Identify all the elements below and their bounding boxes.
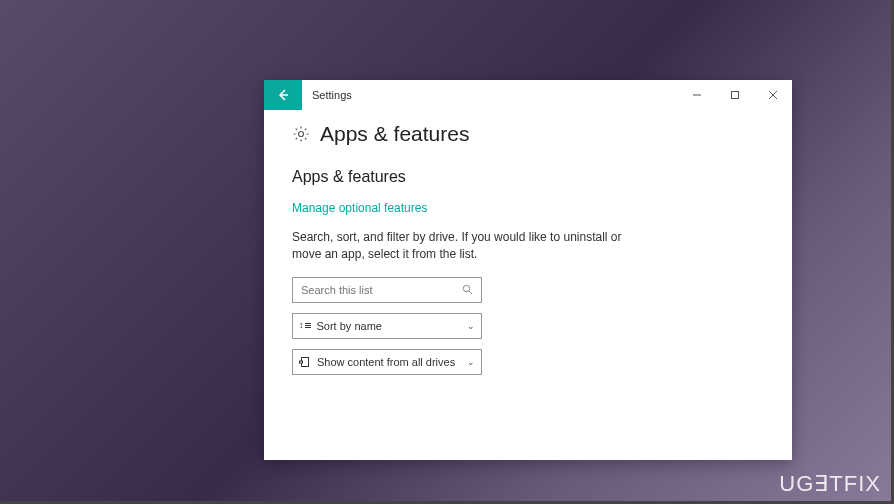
close-button[interactable]	[754, 80, 792, 110]
maximize-icon	[730, 90, 740, 100]
drive-icon	[299, 356, 311, 368]
section-title: Apps & features	[292, 168, 764, 186]
settings-window: Settings Apps & features Apps & features…	[264, 80, 792, 460]
sort-icon: ↕	[299, 321, 311, 330]
chevron-down-icon: ⌄	[467, 357, 475, 367]
window-title: Settings	[302, 80, 678, 110]
description-text: Search, sort, and filter by drive. If yo…	[292, 229, 622, 263]
svg-rect-9	[300, 361, 303, 363]
filter-dropdown[interactable]: Show content from all drives ⌄	[292, 349, 482, 375]
sort-dropdown[interactable]: ↕ Sort by name ⌄	[292, 313, 482, 339]
maximize-button[interactable]	[716, 80, 754, 110]
search-icon	[462, 284, 473, 295]
svg-point-5	[299, 132, 304, 137]
content-area: Apps & features Apps & features Manage o…	[264, 110, 792, 397]
filter-label: Show content from all drives	[317, 356, 461, 368]
search-input[interactable]: Search this list	[292, 277, 482, 303]
page-header: Apps & features	[292, 122, 764, 146]
titlebar: Settings	[264, 80, 792, 110]
close-icon	[768, 90, 778, 100]
manage-optional-features-link[interactable]: Manage optional features	[292, 201, 427, 215]
page-title: Apps & features	[320, 122, 469, 146]
svg-line-7	[469, 291, 472, 294]
window-controls	[678, 80, 792, 110]
arrow-left-icon	[276, 88, 290, 102]
minimize-button[interactable]	[678, 80, 716, 110]
chevron-down-icon: ⌄	[467, 321, 475, 331]
back-button[interactable]	[264, 80, 302, 110]
sort-label: Sort by name	[317, 320, 462, 332]
svg-rect-2	[732, 92, 739, 99]
search-placeholder: Search this list	[301, 284, 462, 296]
minimize-icon	[692, 90, 702, 100]
gear-icon	[292, 125, 310, 143]
watermark-logo: UG∃TFIX	[779, 471, 881, 497]
svg-point-6	[463, 285, 469, 291]
